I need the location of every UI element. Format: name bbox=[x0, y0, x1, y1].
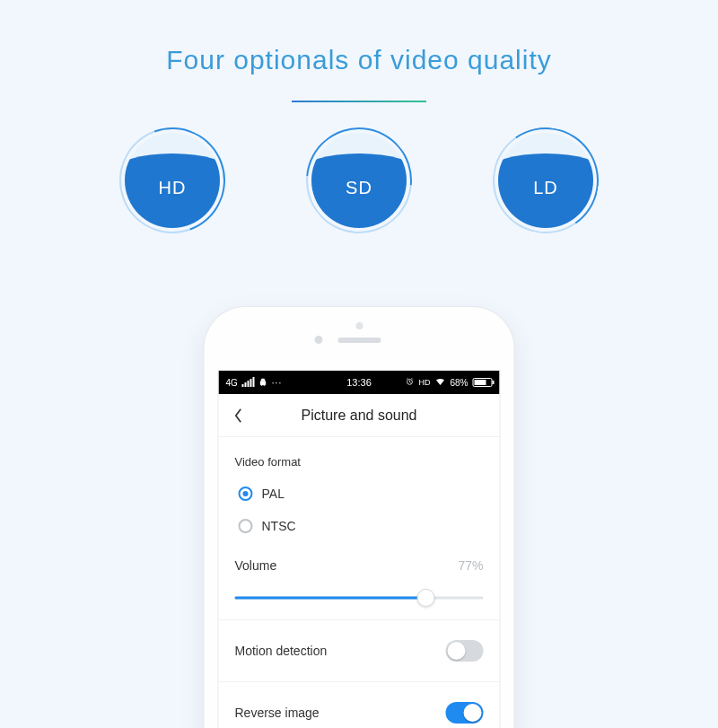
reverse-image-row: Reverse image bbox=[235, 688, 484, 728]
bubble-label: HD bbox=[119, 127, 225, 233]
volume-label: Volume bbox=[235, 558, 277, 573]
banner: Four optionals of video quality HD SD LD bbox=[0, 0, 718, 233]
divider bbox=[219, 681, 500, 682]
settings-content: Video format PAL NTSC Volume 77% Motion … bbox=[219, 437, 500, 728]
battery-pct: 68% bbox=[450, 378, 468, 388]
status-bar: 4G ··· 13:36 HD 68% bbox=[219, 371, 500, 394]
network-label: 4G bbox=[226, 378, 238, 388]
signal-bars-icon bbox=[242, 378, 255, 387]
banner-underline bbox=[292, 101, 426, 102]
video-format-label: Video format bbox=[235, 441, 484, 478]
android-icon bbox=[259, 378, 267, 388]
motion-detection-row: Motion detection bbox=[235, 626, 484, 676]
reverse-image-label: Reverse image bbox=[235, 706, 320, 720]
divider bbox=[219, 619, 500, 620]
page-title: Picture and sound bbox=[219, 408, 500, 424]
proximity-sensor-icon bbox=[355, 322, 363, 329]
front-camera-icon bbox=[314, 336, 322, 344]
radio-label: NTSC bbox=[262, 519, 296, 533]
volume-value: 77% bbox=[458, 558, 483, 573]
phone-top bbox=[205, 307, 514, 370]
more-icon: ··· bbox=[272, 378, 282, 388]
slider-fill bbox=[235, 597, 426, 600]
motion-detection-label: Motion detection bbox=[235, 644, 328, 658]
radio-icon bbox=[239, 519, 253, 533]
volume-row: Volume 77% bbox=[235, 542, 484, 580]
volume-slider[interactable] bbox=[235, 585, 484, 610]
radio-ntsc[interactable]: NTSC bbox=[235, 510, 484, 542]
reverse-image-toggle[interactable] bbox=[446, 702, 484, 724]
phone-screen: 4G ··· 13:36 HD 68% bbox=[218, 370, 501, 728]
speaker-icon bbox=[337, 338, 381, 343]
hd-label: HD bbox=[418, 378, 430, 387]
motion-detection-toggle[interactable] bbox=[446, 640, 484, 662]
wifi-icon bbox=[434, 377, 445, 388]
bubble-label: SD bbox=[306, 127, 412, 233]
quality-bubble-ld: LD bbox=[493, 127, 599, 233]
radio-pal[interactable]: PAL bbox=[235, 478, 484, 510]
phone-frame: 4G ··· 13:36 HD 68% bbox=[205, 307, 514, 728]
bubble-label: LD bbox=[493, 127, 599, 233]
quality-bubble-hd: HD bbox=[119, 127, 225, 233]
battery-icon bbox=[473, 378, 493, 387]
banner-title: Four optionals of video quality bbox=[0, 45, 718, 75]
quality-bubbles: HD SD LD bbox=[0, 127, 718, 233]
radio-icon bbox=[239, 487, 253, 501]
quality-bubble-sd: SD bbox=[306, 127, 412, 233]
radio-label: PAL bbox=[262, 487, 285, 501]
nav-bar: Picture and sound bbox=[219, 394, 500, 437]
alarm-icon bbox=[405, 377, 414, 388]
slider-thumb-icon bbox=[417, 589, 435, 607]
